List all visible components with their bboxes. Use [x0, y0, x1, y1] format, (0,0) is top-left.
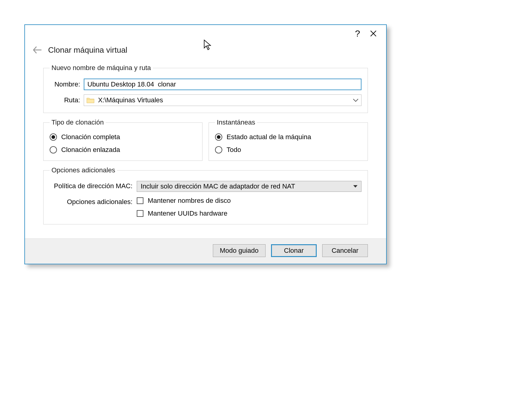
question-icon: ?: [355, 28, 360, 39]
check-keep-disk-label: Mantener nombres de disco: [148, 197, 231, 205]
radio-clone-full-label: Clonación completa: [61, 133, 120, 141]
group-additional: Opciones adicionales Política de direcci…: [43, 166, 368, 224]
radio-snapshot-current[interactable]: Estado actual de la máquina: [215, 133, 361, 141]
dialog-footer: Modo guiado Clonar Cancelar: [25, 238, 386, 264]
name-input[interactable]: [84, 79, 361, 90]
radio-clone-linked-label: Clonación enlazada: [61, 146, 120, 154]
clone-vm-dialog: ? Clonar máquina virtual Nuevo nombre de…: [24, 24, 387, 264]
title-bar: ?: [25, 25, 386, 42]
folder-icon: [86, 97, 94, 104]
check-keep-uuid[interactable]: Mantener UUIDs hardware: [137, 210, 361, 217]
radio-icon: [50, 146, 57, 153]
dialog-content: Nuevo nombre de máquina y ruta Nombre: R…: [25, 64, 386, 238]
radio-snapshot-current-label: Estado actual de la máquina: [227, 133, 311, 141]
chevron-down-icon: [353, 98, 359, 102]
path-value: X:\Máquinas Virtuales: [98, 96, 353, 104]
check-keep-disk-names[interactable]: Mantener nombres de disco: [137, 197, 361, 205]
group-name-path: Nuevo nombre de máquina y ruta Nombre: R…: [43, 64, 368, 113]
arrow-left-icon: [33, 46, 42, 54]
name-label: Nombre:: [50, 80, 84, 88]
checkbox-icon: [137, 210, 143, 217]
dialog-title: Clonar máquina virtual: [48, 45, 127, 55]
clone-button[interactable]: Clonar: [271, 244, 317, 257]
radio-icon: [215, 133, 222, 141]
dialog-header: Clonar máquina virtual: [25, 42, 386, 64]
radio-icon: [50, 133, 57, 141]
close-icon: [370, 30, 377, 37]
mac-policy-select[interactable]: Incluir solo dirección MAC de adaptador …: [137, 181, 361, 192]
guided-mode-button[interactable]: Modo guiado: [213, 244, 266, 257]
mac-policy-value: Incluir solo dirección MAC de adaptador …: [141, 182, 353, 190]
group-name-path-legend: Nuevo nombre de máquina y ruta: [50, 64, 153, 72]
close-button[interactable]: [365, 27, 381, 40]
radio-clone-linked[interactable]: Clonación enlazada: [50, 146, 196, 154]
checkbox-icon: [137, 197, 143, 204]
path-label: Ruta:: [50, 96, 84, 104]
extra-options-label: Opciones adicionales:: [50, 197, 137, 206]
back-button[interactable]: [32, 45, 42, 55]
radio-icon: [215, 146, 222, 153]
group-additional-legend: Opciones adicionales: [50, 166, 117, 174]
radio-clone-full[interactable]: Clonación completa: [50, 133, 196, 141]
radio-snapshot-all-label: Todo: [227, 146, 241, 154]
group-clone-type: Tipo de clonación Clonación completa Clo…: [43, 118, 203, 161]
group-clone-type-legend: Tipo de clonación: [50, 118, 106, 126]
mac-policy-label: Política de dirección MAC:: [50, 181, 137, 190]
help-button[interactable]: ?: [350, 27, 365, 40]
radio-snapshot-all[interactable]: Todo: [215, 146, 361, 154]
check-keep-uuid-label: Mantener UUIDs hardware: [148, 210, 227, 217]
cancel-button[interactable]: Cancelar: [322, 244, 368, 257]
triangle-down-icon: [353, 185, 358, 188]
group-snapshots: Instantáneas Estado actual de la máquina…: [209, 118, 368, 161]
path-select[interactable]: X:\Máquinas Virtuales: [84, 94, 361, 106]
group-snapshots-legend: Instantáneas: [215, 118, 257, 126]
